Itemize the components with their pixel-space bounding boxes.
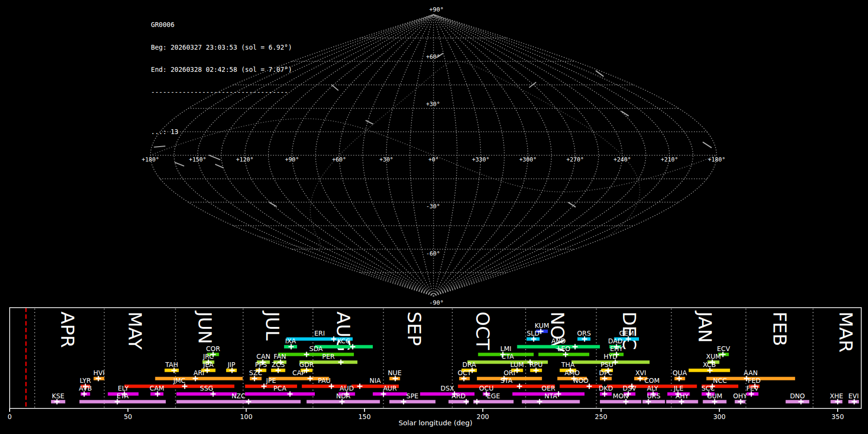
shower-peak-marker — [246, 399, 251, 405]
shower-code-label: DRA — [462, 361, 476, 368]
shower-code-label: JRC — [203, 353, 214, 360]
shower-code-label: ALY — [647, 384, 659, 392]
shower-code-label: GUM — [707, 392, 722, 400]
lon-label: +300° — [519, 156, 537, 163]
shower-peak-marker — [339, 399, 345, 405]
shower-code-label: PAU — [318, 377, 330, 384]
month-label: FEB — [769, 312, 790, 346]
pole-label-south: -90° — [429, 299, 444, 306]
shower-peak-marker — [582, 337, 587, 342]
shower-code-label: PER — [322, 353, 335, 360]
shower-peak-marker — [304, 352, 309, 357]
shower-bar — [245, 393, 315, 396]
shower-code-label: MON — [613, 392, 628, 400]
shower-code-label: URS — [647, 392, 661, 400]
shower-bar — [420, 393, 475, 396]
shower-code-label: XUM — [706, 353, 721, 360]
shower-peak-marker — [81, 392, 87, 397]
dec-label: +60° — [426, 54, 440, 60]
shower-code-label: OCT — [458, 369, 472, 377]
shower-peak-marker — [461, 376, 466, 381]
shower-code-label: KCG — [337, 337, 351, 345]
shower-peak-marker — [381, 392, 386, 397]
shower-code-label: DAD — [608, 337, 623, 345]
month-label: SEP — [404, 312, 425, 346]
shower-code-label: CAN — [257, 353, 271, 360]
plot-canvas: +60°+30°-30°-60°+180°+150°+120°+90°+60°+… — [0, 0, 868, 434]
shower-peak-marker — [155, 392, 160, 397]
shower-code-label: LUM — [510, 361, 524, 368]
shower-peak-marker — [230, 368, 235, 373]
app-screen: +60°+30°-30°-60°+180°+150°+120°+90°+60°+… — [0, 0, 868, 434]
shower-peak-marker — [171, 368, 176, 373]
meteor-trail — [209, 155, 220, 160]
shower-code-label: FED — [748, 377, 761, 384]
shower-peak-marker — [474, 399, 479, 405]
shower-peak-marker — [749, 392, 754, 397]
shower-code-label: IXA — [285, 337, 296, 345]
shower-code-label: COM — [644, 377, 660, 384]
session-beg: Beg: 20260327 23:03:53 (sol = 6.92°) — [151, 44, 292, 52]
shower-code-label: STA — [501, 377, 513, 384]
shower-code-label: DNO — [790, 392, 805, 400]
shower-peak-marker — [612, 360, 618, 365]
shower-peak-marker — [707, 368, 713, 373]
shower-bar — [373, 393, 407, 396]
meteor-trail — [175, 163, 184, 166]
shower-code-label: DSX — [441, 384, 454, 392]
shower-peak-marker — [563, 352, 568, 357]
shower-code-label: AVB — [79, 384, 92, 392]
x-axis-tick-label: 0 — [8, 413, 12, 420]
shower-peak-marker — [193, 376, 198, 381]
shower-code-label: AUD — [339, 384, 354, 392]
month-label: OCT — [472, 312, 493, 350]
shower-code-label: SZC — [249, 369, 262, 377]
shower-code-label: ERI — [314, 329, 325, 337]
shower-peak-marker — [677, 376, 682, 381]
shower-code-label: HVI — [94, 369, 105, 377]
shower-code-label: SLD — [527, 329, 540, 337]
shower-peak-marker — [572, 344, 578, 350]
shower-peak-marker — [602, 376, 607, 381]
lon-label: +180° — [142, 156, 159, 163]
shower-peak-marker — [338, 360, 343, 365]
shower-peak-marker — [288, 344, 294, 350]
x-axis-tick-label: 350 — [831, 413, 844, 420]
shower-peak-marker — [287, 392, 293, 397]
x-axis-title: Solar longitude (deg) — [398, 419, 472, 427]
shower-code-label: XCB — [703, 361, 716, 368]
shower-code-label: JMC — [173, 377, 185, 384]
lon-label: +210° — [661, 156, 678, 163]
lon-label: +270° — [566, 156, 583, 163]
shower-code-label: EHY — [610, 345, 624, 353]
shower-code-label: SCC — [702, 384, 715, 392]
shower-code-label: OCU — [479, 384, 494, 392]
shower-bar — [522, 400, 580, 404]
shower-peak-marker — [357, 384, 363, 389]
shower-code-label: AUR — [383, 384, 397, 392]
lon-label: +330° — [472, 156, 489, 163]
month-label: JAN — [694, 311, 716, 343]
shower-peak-marker — [646, 399, 651, 405]
shower-bar — [155, 377, 243, 380]
shower-code-label: LEO — [557, 345, 570, 353]
shower-code-label: PSU — [600, 361, 613, 368]
shower-code-label: AMO — [565, 369, 580, 377]
lon-label: +30° — [380, 156, 393, 163]
shower-peak-marker — [738, 399, 743, 405]
shower-bar — [176, 400, 301, 404]
shower-peak-marker — [517, 384, 522, 389]
shower-peak-marker — [533, 368, 539, 373]
shower-code-label: ORS — [577, 329, 591, 337]
shower-code-label: ARI — [193, 369, 204, 377]
session-header: GR0006 Beg: 20260327 23:03:53 (sol = 6.9… — [151, 6, 292, 151]
shower-code-label: LYR — [80, 377, 91, 384]
shower-code-label: EGE — [487, 392, 501, 400]
shower-code-label: TAH — [165, 361, 178, 368]
lon-label: +60° — [332, 156, 346, 163]
shower-code-label: HYD — [604, 353, 618, 360]
x-axis-tick-label: 50 — [124, 413, 132, 420]
shower-bar — [278, 353, 354, 356]
shower-code-label: GEM — [619, 329, 634, 337]
lon-label: +120° — [236, 156, 254, 163]
